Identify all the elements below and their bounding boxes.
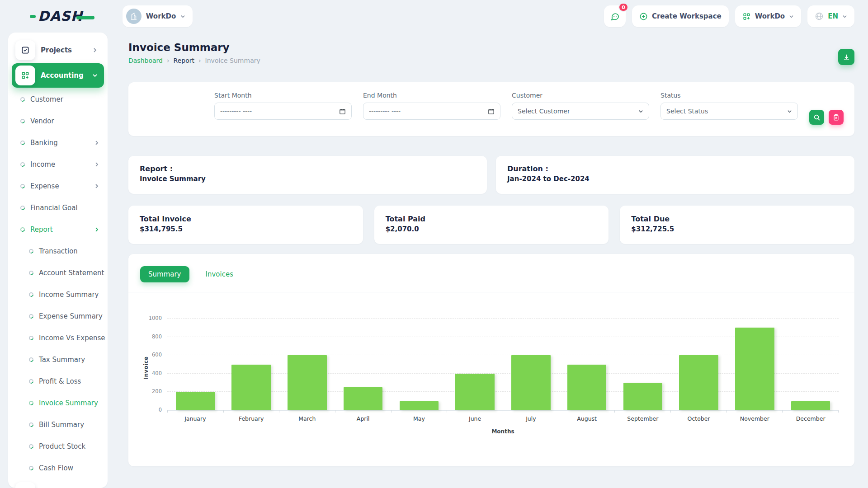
bar-march — [288, 355, 327, 410]
status-select[interactable]: Select Status — [660, 103, 798, 120]
sidebar-item-label: Projects — [41, 46, 72, 54]
report-name-card: Report : Invoice Summary — [128, 156, 487, 194]
bullet-icon — [20, 184, 25, 188]
breadcrumb-report[interactable]: Report — [174, 57, 194, 64]
breadcrumb-separator: › — [167, 57, 170, 64]
checkbox-icon-box — [15, 40, 35, 60]
calendar-icon[interactable] — [339, 108, 346, 115]
x-tick-label-december: December — [783, 415, 839, 422]
sidebar-item-label: Banking — [30, 139, 58, 147]
bar-november — [735, 328, 774, 410]
chevron-down-icon — [842, 14, 847, 19]
workdo-menu-button[interactable]: WorkDo — [735, 5, 801, 27]
sidebar-item-projects[interactable]: Projects — [12, 38, 104, 62]
sidebar-item-label: Accounting — [41, 71, 84, 80]
bullet-icon — [20, 119, 25, 123]
breadcrumb: Dashboard › Report › Invoice Summary — [128, 57, 260, 64]
status-select-value: Select Status — [666, 108, 708, 115]
sidebar-item-cash-flow[interactable]: Cash Flow — [8, 457, 108, 479]
end-month-label: End Month — [363, 92, 500, 99]
sidebar-item-label: Product Stock — [39, 442, 85, 450]
sidebar-item-transaction[interactable]: Transaction — [8, 240, 108, 262]
main-content: Invoice Summary Dashboard › Report › Inv… — [128, 33, 854, 466]
sidebar-item-label: Vendor — [30, 117, 54, 125]
chevron-right-icon — [94, 140, 99, 145]
workspace-switcher[interactable]: WorkDo — [123, 5, 193, 27]
logo-dash-accent2 — [76, 16, 94, 19]
sidebar-item-invoice-summary[interactable]: Invoice Summary — [8, 392, 108, 414]
checkbox-icon — [21, 46, 30, 55]
bar-slot-june — [447, 319, 503, 410]
create-workspace-button[interactable]: Create Workspace — [632, 5, 729, 27]
tab-divider — [128, 292, 854, 292]
duration-value: Jan-2024 to Dec-2024 — [507, 175, 843, 183]
page-head: Invoice Summary Dashboard › Report › Inv… — [128, 42, 854, 65]
start-month-input-shell — [214, 103, 352, 120]
chevron-down-icon — [92, 73, 98, 78]
start-month-input[interactable] — [220, 108, 339, 115]
download-report-button[interactable] — [838, 49, 854, 65]
y-tick-label-1000: 1000 — [149, 315, 162, 321]
x-tick-label-june: June — [447, 415, 503, 422]
y-tick-label-800: 800 — [152, 333, 162, 340]
calendar-icon[interactable] — [488, 108, 495, 115]
sidebar-item-customer[interactable]: Customer — [8, 89, 108, 110]
workspace-avatar — [126, 9, 142, 24]
sidebar-item-expense[interactable]: Expense — [8, 175, 108, 197]
tab-summary[interactable]: Summary — [140, 266, 189, 282]
sidebar-item-hrm[interactable]: HRM — [12, 480, 104, 488]
reset-filter-button[interactable] — [829, 110, 844, 125]
sidebar-item-profit-loss[interactable]: Profit & Loss — [8, 371, 108, 392]
x-tick-label-august: August — [559, 415, 615, 422]
bar-october — [679, 355, 718, 410]
end-month-input[interactable] — [369, 108, 488, 115]
sidebar-item-income[interactable]: Income — [8, 154, 108, 175]
bar-august — [567, 365, 607, 411]
customer-select[interactable]: Select Customer — [512, 103, 649, 120]
sidebar-item-label: Income Summary — [39, 291, 99, 299]
messages-button[interactable]: 0 — [604, 5, 626, 27]
sidebar-item-financial-goal[interactable]: Financial Goal — [8, 197, 108, 219]
y-tick-label-400: 400 — [152, 370, 162, 376]
filter-panel: Start Month End Month Customer Select Cu… — [128, 82, 854, 136]
total-due-label: Total Due — [631, 215, 843, 223]
sidebar-item-banking[interactable]: Banking — [8, 132, 108, 154]
chevron-right-icon — [94, 162, 99, 167]
bullet-icon — [20, 141, 25, 145]
customer-select-value: Select Customer — [518, 108, 570, 115]
bar-series — [167, 319, 839, 410]
bar-slot-november — [727, 319, 783, 410]
grid-plus-icon — [742, 12, 751, 21]
sidebar-item-report[interactable]: Report — [8, 219, 108, 240]
sidebar-item-bill-summary[interactable]: Bill Summary — [8, 414, 108, 436]
bullet-icon — [29, 466, 33, 470]
customer-field: Customer Select Customer — [512, 92, 649, 127]
sidebar-item-account-statement[interactable]: Account Statement — [8, 262, 108, 284]
chevron-right-icon — [94, 183, 99, 189]
sidebar-item-tax-summary[interactable]: Tax Summary — [8, 349, 108, 371]
chevron-right-icon — [92, 47, 98, 53]
sidebar-item-product-stock[interactable]: Product Stock — [8, 436, 108, 457]
bar-april — [344, 387, 383, 410]
total-paid-label: Total Paid — [386, 215, 598, 223]
chart-x-axis-title: Months — [167, 428, 839, 435]
header-actions: 0 Create Workspace WorkDo EN — [604, 5, 854, 27]
x-tick-label-may: May — [391, 415, 447, 422]
sidebar-item-vendor[interactable]: Vendor — [8, 110, 108, 132]
sidebar-item-income-summary[interactable]: Income Summary — [8, 284, 108, 305]
language-selector[interactable]: EN — [807, 5, 854, 27]
end-month-field: End Month — [363, 92, 500, 127]
status-label: Status — [660, 92, 798, 99]
sidebar-item-label: Transaction — [39, 247, 78, 255]
y-tick-label-0: 0 — [159, 407, 162, 413]
sidebar-item-income-vs-expense[interactable]: Income Vs Expense — [8, 327, 108, 349]
page-title: Invoice Summary — [128, 42, 260, 53]
apply-filter-button[interactable] — [809, 110, 824, 125]
sidebar-item-expense-summary[interactable]: Expense Summary — [8, 305, 108, 327]
breadcrumb-dashboard[interactable]: Dashboard — [128, 57, 163, 64]
tab-invoices[interactable]: Invoices — [198, 266, 241, 282]
report-value: Invoice Summary — [140, 175, 476, 183]
sidebar-item-accounting[interactable]: Accounting — [12, 63, 104, 88]
chevron-down-icon — [92, 73, 98, 78]
filter-actions — [809, 92, 844, 127]
